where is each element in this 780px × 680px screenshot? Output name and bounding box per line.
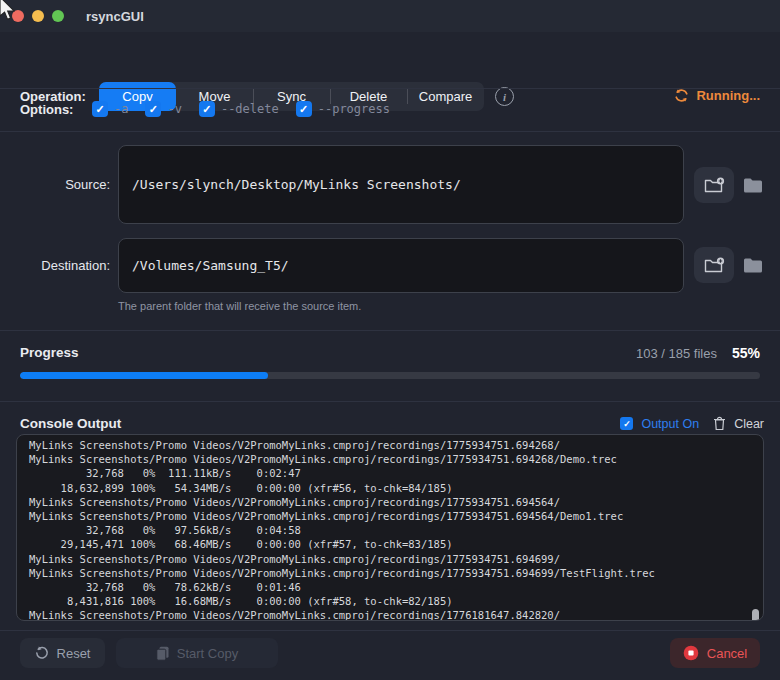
console-line: 32,768 0% 111.11kB/s 0:02:47 bbox=[29, 466, 751, 480]
stop-icon bbox=[683, 645, 699, 661]
progress-percent: 55% bbox=[732, 345, 760, 361]
console-line: MyLinks Screenshots/Promo Videos/V2Promo… bbox=[29, 452, 751, 466]
folder-icon bbox=[743, 178, 763, 193]
source-label: Source: bbox=[0, 177, 110, 192]
destination-label: Destination: bbox=[0, 258, 110, 273]
footer-bar: Reset Start Copy Cancel bbox=[0, 630, 780, 680]
destination-browse-folder-button[interactable] bbox=[740, 247, 766, 283]
reset-icon bbox=[35, 646, 49, 660]
options-items: ✓ -a ✓ -v ✓ --delete ✓ --progress bbox=[92, 101, 390, 117]
console-line: MyLinks Screenshots/Promo Videos/V2Promo… bbox=[29, 509, 751, 523]
console-line: MyLinks Screenshots/Promo Videos/V2Promo… bbox=[29, 566, 751, 580]
title-bar: rsyncGUI bbox=[0, 0, 780, 32]
reset-button[interactable]: Reset bbox=[20, 638, 105, 668]
console-line: MyLinks Screenshots/Promo Videos/V2Promo… bbox=[29, 495, 751, 509]
paths-section: Source: /Users/slynch/Desktop/MyLinks Sc… bbox=[0, 131, 780, 330]
trash-icon[interactable] bbox=[713, 416, 726, 431]
destination-input[interactable]: /Volumes/Samsung_T5/ bbox=[118, 238, 684, 293]
console-line: MyLinks Screenshots/Promo Videos/V2Promo… bbox=[29, 438, 751, 452]
progress-stats: 103 / 185 files 55% bbox=[636, 345, 760, 361]
destination-path-value: /Volumes/Samsung_T5/ bbox=[132, 258, 289, 273]
operation-row: Operation: Copy Move Sync Delete Compare… bbox=[0, 32, 780, 88]
option-verbose[interactable]: ✓ -v bbox=[145, 101, 181, 117]
folder-icon bbox=[743, 258, 763, 273]
source-path-value: /Users/slynch/Desktop/MyLinks Screenshot… bbox=[132, 177, 461, 192]
option-archive[interactable]: ✓ -a bbox=[92, 101, 128, 117]
traffic-lights bbox=[12, 10, 64, 22]
zoom-window-button[interactable] bbox=[52, 10, 64, 22]
progress-bar-fill bbox=[20, 372, 268, 379]
option-delete[interactable]: ✓ --delete bbox=[199, 101, 279, 117]
console-scrollbar-thumb[interactable] bbox=[752, 609, 759, 621]
console-line: 8,431,816 100% 16.68MB/s 0:00:00 (xfr#58… bbox=[29, 594, 751, 608]
progress-bar-track bbox=[20, 372, 760, 379]
checkbox-checked-icon[interactable]: ✓ bbox=[296, 101, 312, 117]
console-output-title: Console Output bbox=[20, 416, 121, 431]
console-line: 29,145,471 100% 68.46MB/s 0:00:00 (xfr#5… bbox=[29, 537, 751, 551]
source-browse-folder-button[interactable] bbox=[740, 167, 766, 203]
console-line: 18,632,899 100% 54.34MB/s 0:00:00 (xfr#5… bbox=[29, 481, 751, 495]
checkbox-checked-icon[interactable]: ✓ bbox=[145, 101, 161, 117]
output-on-checkbox[interactable]: ✓ bbox=[620, 417, 633, 430]
console-controls: ✓ Output On Clear bbox=[620, 416, 764, 431]
checkbox-checked-icon[interactable]: ✓ bbox=[199, 101, 215, 117]
new-folder-icon bbox=[704, 257, 725, 274]
progress-title: Progress bbox=[20, 345, 79, 360]
start-copy-button[interactable]: Start Copy bbox=[116, 638, 278, 668]
options-label: Options: bbox=[20, 102, 73, 117]
source-input[interactable]: /Users/slynch/Desktop/MyLinks Screenshot… bbox=[118, 145, 684, 224]
console-line: MyLinks Screenshots/Promo Videos/V2Promo… bbox=[29, 552, 751, 566]
source-new-folder-button[interactable] bbox=[694, 167, 734, 203]
console-output-area[interactable]: MyLinks Screenshots/Promo Videos/V2Promo… bbox=[16, 434, 764, 621]
cancel-button[interactable]: Cancel bbox=[670, 638, 760, 668]
mouse-cursor bbox=[0, 0, 18, 21]
console-section: Console Output ✓ Output On Clear MyLinks… bbox=[0, 400, 780, 630]
destination-hint: The parent folder that will receive the … bbox=[118, 300, 361, 312]
options-row: Options: ✓ -a ✓ -v ✓ --delete ✓ --progre… bbox=[0, 88, 780, 131]
checkbox-checked-icon[interactable]: ✓ bbox=[92, 101, 108, 117]
rsyncgui-window: rsyncGUI Operation: Copy Move Sync Delet… bbox=[0, 0, 780, 680]
progress-files-count: 103 / 185 files bbox=[636, 346, 717, 361]
console-line: 32,768 0% 97.56kB/s 0:04:58 bbox=[29, 523, 751, 537]
clear-button[interactable]: Clear bbox=[734, 417, 764, 431]
new-folder-icon bbox=[704, 177, 725, 194]
minimize-window-button[interactable] bbox=[32, 10, 44, 22]
console-line: MyLinks Screenshots/Promo Videos/V2Promo… bbox=[29, 608, 751, 621]
window-title: rsyncGUI bbox=[86, 9, 144, 24]
option-progress[interactable]: ✓ --progress bbox=[296, 101, 390, 117]
output-on-label[interactable]: Output On bbox=[641, 417, 699, 431]
copy-icon bbox=[156, 646, 169, 661]
console-line: 32,768 0% 78.62kB/s 0:01:46 bbox=[29, 580, 751, 594]
progress-section: Progress 103 / 185 files 55% bbox=[0, 330, 780, 400]
destination-new-folder-button[interactable] bbox=[694, 247, 734, 283]
